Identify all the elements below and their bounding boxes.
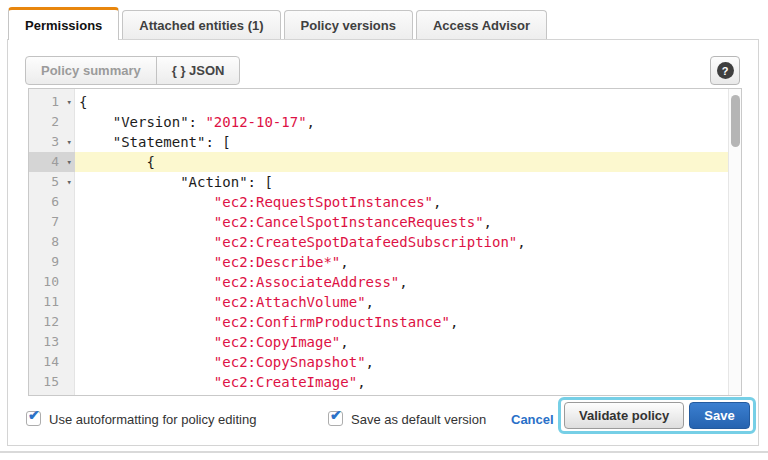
code-line: 7 "ec2:CancelSpotInstanceRequests",: [29, 212, 728, 232]
code-text: "ec2:RequestSpotInstances",: [75, 192, 728, 212]
code-text: {: [75, 152, 728, 172]
code-lines: 1▾{2 "Version": "2012-10-17",3▾ "Stateme…: [29, 92, 728, 392]
code-text: "ec2:ConfirmProductInstance",: [75, 312, 728, 332]
page-divider: [0, 451, 768, 453]
policy-summary-button[interactable]: Policy summary: [26, 57, 156, 84]
line-number: 4▾: [29, 152, 75, 172]
fold-toggle-icon[interactable]: ▾: [67, 92, 72, 112]
line-number: 15: [29, 372, 75, 392]
checkmark-icon: ✔: [330, 407, 342, 423]
code-line: 14 "ec2:CopySnapshot",: [29, 352, 728, 372]
help-button[interactable]: ?: [710, 56, 740, 85]
line-number: 12: [29, 312, 75, 332]
line-number: 3▾: [29, 132, 75, 152]
tab-bar: Permissions Attached entities (1) Policy…: [8, 7, 550, 40]
line-number: 11: [29, 292, 75, 312]
code-line: 11 "ec2:AttachVolume",: [29, 292, 728, 312]
line-number: 8: [29, 232, 75, 252]
code-line: 1▾{: [29, 92, 728, 112]
primary-actions-focus-ring: Validate policy Save: [558, 397, 756, 434]
code-text: "ec2:CreateSpotDatafeedSubscription",: [75, 232, 728, 252]
fold-toggle-icon[interactable]: ▾: [67, 172, 72, 192]
fold-toggle-icon[interactable]: ▾: [67, 132, 72, 152]
autoformat-label: Use autoformatting for policy editing: [49, 412, 256, 427]
editor-scrollbar[interactable]: [728, 89, 741, 395]
line-number: 2: [29, 112, 75, 132]
policy-editor-page: Permissions Attached entities (1) Policy…: [0, 0, 768, 460]
code-line: 10 "ec2:AssociateAddress",: [29, 272, 728, 292]
save-default-label: Save as default version: [351, 412, 486, 427]
tab-policy-versions[interactable]: Policy versions: [284, 10, 413, 40]
code-text: "ec2:AssociateAddress",: [75, 272, 728, 292]
cancel-link[interactable]: Cancel: [511, 412, 554, 427]
checkmark-icon: ✔: [28, 407, 40, 423]
code-line: 15 "ec2:CreateImage",: [29, 372, 728, 392]
permissions-panel: Policy summary { } JSON ? 1▾{2 "Version"…: [7, 39, 759, 446]
save-default-checkbox[interactable]: ✔: [328, 411, 343, 426]
tab-permissions[interactable]: Permissions: [8, 7, 119, 40]
code-line: 13 "ec2:CopyImage",: [29, 332, 728, 352]
code-line: 6 "ec2:RequestSpotInstances",: [29, 192, 728, 212]
tab-access-advisor[interactable]: Access Advisor: [416, 10, 547, 40]
code-text: "ec2:AttachVolume",: [75, 292, 728, 312]
code-line: 9 "ec2:Describe*",: [29, 252, 728, 272]
code-text: "ec2:CopySnapshot",: [75, 352, 728, 372]
code-text: {: [75, 92, 728, 112]
code-text: "ec2:CancelSpotInstanceRequests",: [75, 212, 728, 232]
line-number: 6: [29, 192, 75, 212]
code-text: "Version": "2012-10-17",: [75, 112, 728, 132]
line-number: 7: [29, 212, 75, 232]
code-text: "Statement": [: [75, 132, 728, 152]
autoformat-checkbox[interactable]: ✔: [26, 411, 41, 426]
question-mark-icon: ?: [717, 62, 734, 79]
line-number: 5▾: [29, 172, 75, 192]
fold-toggle-icon[interactable]: ▾: [67, 152, 72, 172]
editor-scrollbar-thumb[interactable]: [731, 95, 740, 147]
json-policy-editor[interactable]: 1▾{2 "Version": "2012-10-17",3▾ "Stateme…: [28, 88, 742, 396]
validate-policy-button[interactable]: Validate policy: [564, 402, 684, 429]
view-toggle-group: Policy summary { } JSON: [25, 56, 240, 85]
line-number: 9: [29, 252, 75, 272]
line-number: 14: [29, 352, 75, 372]
tab-attached-entities[interactable]: Attached entities (1): [122, 10, 280, 40]
code-text: "ec2:Describe*",: [75, 252, 728, 272]
code-text: "ec2:CopyImage",: [75, 332, 728, 352]
code-line: 2 "Version": "2012-10-17",: [29, 112, 728, 132]
code-text: "Action": [: [75, 172, 728, 192]
code-line: 12 "ec2:ConfirmProductInstance",: [29, 312, 728, 332]
code-text: "ec2:CreateImage",: [75, 372, 728, 392]
line-number: 13: [29, 332, 75, 352]
code-line: 8 "ec2:CreateSpotDatafeedSubscription",: [29, 232, 728, 252]
save-button[interactable]: Save: [689, 402, 749, 429]
line-number: 1▾: [29, 92, 75, 112]
code-line: 5▾ "Action": [: [29, 172, 728, 192]
json-button[interactable]: { } JSON: [156, 57, 240, 84]
code-line: 3▾ "Statement": [: [29, 132, 728, 152]
line-number: 10: [29, 272, 75, 292]
code-line: 4▾ {: [29, 152, 728, 172]
